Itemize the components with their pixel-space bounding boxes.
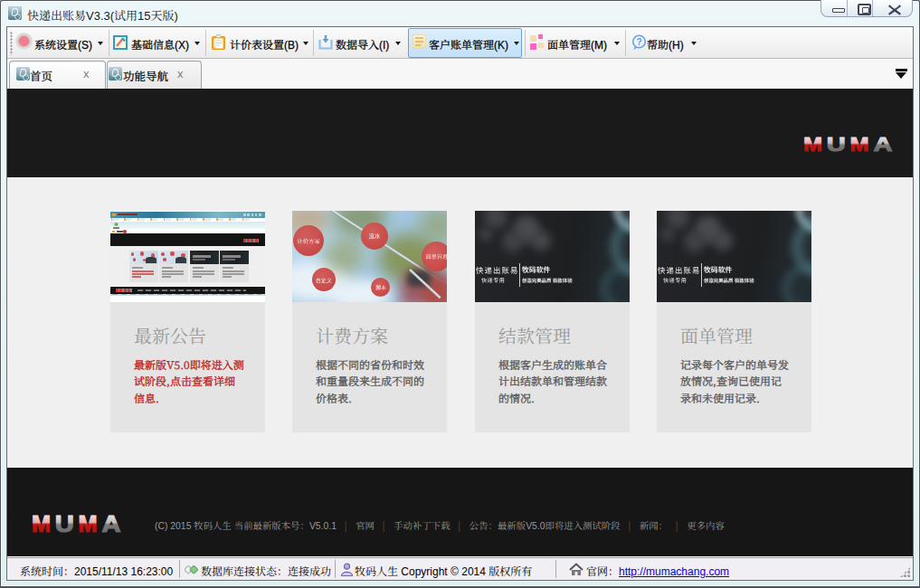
svg-text:M: M xyxy=(79,514,98,534)
svg-text:A: A xyxy=(873,136,892,153)
svg-text:U: U xyxy=(827,136,846,153)
svg-text:A: A xyxy=(101,514,120,534)
svg-text:M: M xyxy=(32,514,51,534)
svg-text:U: U xyxy=(55,514,74,534)
svg-text:M: M xyxy=(803,136,822,153)
svg-text:?: ? xyxy=(636,37,641,47)
svg-text:M: M xyxy=(850,136,869,153)
